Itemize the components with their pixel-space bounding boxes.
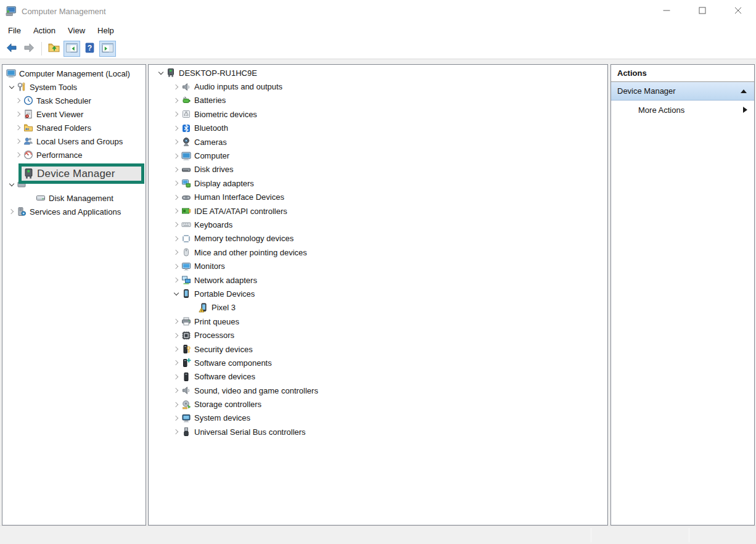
tree-item[interactable]: Shared Folders: [2, 121, 146, 134]
minimize-button[interactable]: [649, 0, 684, 22]
collapse-icon[interactable]: [741, 89, 747, 93]
chevron-right-icon[interactable]: [171, 82, 181, 91]
tree-item[interactable]: Security devices: [149, 342, 607, 356]
chevron-down-icon[interactable]: [156, 68, 165, 78]
forward-button[interactable]: [21, 41, 38, 57]
tree-item[interactable]: Task Scheduler: [2, 94, 146, 107]
tree-item[interactable]: Sound, video and game controllers: [149, 384, 607, 397]
chevron-right-icon[interactable]: [171, 276, 181, 285]
tree-item-label: Computer: [194, 151, 229, 160]
tree-item[interactable]: Disk drives: [149, 163, 607, 176]
menu-view[interactable]: View: [62, 23, 91, 38]
tree-item[interactable]: Portable Devices: [149, 287, 607, 300]
local-users-icon: [23, 136, 33, 146]
menu-help[interactable]: Help: [91, 23, 120, 38]
chevron-right-icon[interactable]: [171, 192, 181, 202]
tree-item[interactable]: Cameras: [149, 135, 607, 149]
battery-icon: [181, 96, 191, 105]
tree-item-label: Keyboards: [194, 220, 232, 229]
tree-item[interactable]: Event Viewer: [2, 107, 146, 121]
tree-item[interactable]: Monitors: [149, 259, 607, 273]
chevron-down-icon[interactable]: [7, 180, 16, 189]
menu-file[interactable]: File: [2, 23, 27, 38]
chevron-right-icon[interactable]: [171, 372, 181, 381]
chevron-right-icon[interactable]: [171, 179, 181, 188]
tree-item[interactable]: Software components: [149, 356, 607, 369]
tree-item[interactable]: Display adapters: [149, 176, 607, 190]
chevron-right-icon[interactable]: [171, 427, 181, 437]
tree-item[interactable]: Computer Management (Local): [2, 67, 146, 80]
chevron-right-icon[interactable]: [171, 207, 181, 216]
network-adapter-icon: [181, 275, 191, 285]
more-actions-item[interactable]: More Actions: [611, 101, 754, 119]
tree-item-label: Storage controllers: [194, 400, 261, 409]
tree-item[interactable]: Human Interface Devices: [149, 191, 607, 204]
chevron-right-icon[interactable]: [171, 262, 181, 271]
chevron-right-icon[interactable]: [171, 110, 181, 119]
chevron-right-icon[interactable]: [171, 138, 181, 147]
close-button[interactable]: [720, 0, 756, 22]
tree-item[interactable]: Disk Management: [2, 191, 146, 205]
tree-item[interactable]: Print queues: [149, 315, 607, 328]
show-action-pane-button[interactable]: [99, 41, 116, 57]
chevron-right-icon[interactable]: [14, 96, 23, 105]
annotation-highlight-device-manager[interactable]: Device Manager: [18, 163, 144, 184]
actions-group-device-manager[interactable]: Device Manager: [611, 82, 754, 101]
tree-item[interactable]: IDE ATA/ATAPI controllers: [149, 204, 607, 218]
security-device-icon: [181, 344, 191, 354]
tree-item[interactable]: Services and Applications: [2, 205, 146, 218]
back-button[interactable]: [3, 41, 20, 57]
tree-item[interactable]: Pixel 3: [149, 301, 607, 315]
tree-item[interactable]: Keyboards: [149, 218, 607, 231]
chevron-right-icon[interactable]: [14, 110, 23, 119]
chevron-right-icon[interactable]: [14, 137, 23, 146]
chevron-right-icon[interactable]: [171, 413, 181, 422]
chevron-right-icon[interactable]: [171, 234, 181, 243]
chevron-right-icon[interactable]: [171, 400, 181, 409]
tree-item[interactable]: Computer: [149, 149, 607, 162]
chevron-right-icon[interactable]: [171, 331, 181, 340]
tree-item[interactable]: System devices: [149, 411, 607, 425]
chevron-right-icon[interactable]: [171, 220, 181, 229]
chevron-right-icon[interactable]: [171, 358, 181, 368]
tree-item[interactable]: Memory technology devices: [149, 232, 607, 245]
tree-item[interactable]: Bluetooth: [149, 122, 607, 135]
tree-item[interactable]: Network adapters: [149, 273, 607, 287]
chevron-right-icon[interactable]: [171, 165, 181, 174]
chevron-right-icon[interactable]: [7, 207, 16, 216]
menu-action[interactable]: Action: [27, 23, 62, 38]
up-one-level-button[interactable]: [46, 41, 62, 57]
tree-item[interactable]: Performance: [2, 148, 146, 162]
software-component-icon: [181, 358, 191, 368]
tree-item[interactable]: Universal Serial Bus controllers: [149, 425, 607, 439]
memory-icon: [181, 234, 191, 244]
chevron-right-icon[interactable]: [14, 123, 23, 133]
tree-item[interactable]: Mice and other pointing devices: [149, 245, 607, 259]
help-button[interactable]: ?: [81, 41, 98, 57]
tree-item[interactable]: Software devices: [149, 370, 607, 384]
tree-item[interactable]: Local Users and Groups: [2, 134, 146, 148]
chevron-down-icon[interactable]: [171, 289, 181, 299]
show-console-tree-button[interactable]: [64, 41, 80, 57]
tree-item[interactable]: Storage controllers: [149, 397, 607, 411]
chevron-right-icon[interactable]: [171, 96, 181, 105]
chevron-right-icon[interactable]: [171, 317, 181, 326]
chevron-right-icon[interactable]: [171, 386, 181, 395]
chevron-down-icon[interactable]: [7, 83, 16, 92]
console-tree-pane: Computer Management (Local)System ToolsT…: [2, 64, 146, 525]
close-icon: [734, 7, 742, 16]
tree-item[interactable]: Processors: [149, 328, 607, 342]
tree-item[interactable]: DESKTOP-RU1HC9E: [149, 66, 607, 80]
tree-item[interactable]: Batteries: [149, 94, 607, 107]
chevron-right-icon[interactable]: [171, 151, 181, 160]
chevron-right-icon[interactable]: [171, 123, 181, 133]
chevron-right-icon[interactable]: [14, 150, 23, 160]
tree-item[interactable]: Audio inputs and outputs: [149, 80, 607, 93]
chevron-right-icon[interactable]: [171, 248, 181, 257]
tree-item[interactable]: System Tools: [2, 80, 146, 94]
tree-item[interactable]: Biometric devices: [149, 107, 607, 121]
chevron-right-icon[interactable]: [171, 345, 181, 354]
tree-item-label: Portable Devices: [194, 289, 255, 299]
maximize-button[interactable]: [684, 0, 720, 22]
software-device-icon: [181, 372, 191, 382]
